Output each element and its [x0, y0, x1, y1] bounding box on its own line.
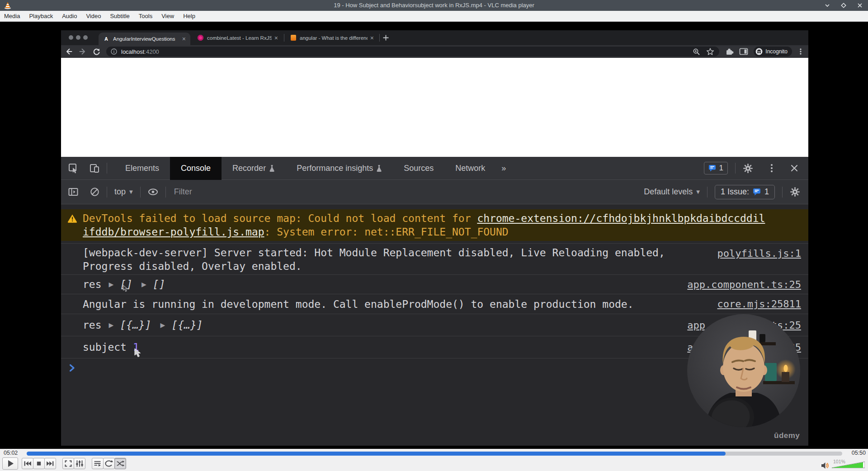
log-label: res [83, 319, 102, 331]
divider [782, 187, 783, 198]
menu-media[interactable]: Media [0, 13, 24, 19]
devtools-menu-icon[interactable] [770, 164, 773, 173]
chevron-down-icon: ▼ [129, 189, 133, 194]
expand-arrow-icon[interactable]: ▶ [142, 281, 146, 288]
udemy-watermark: ûdemy [774, 431, 800, 440]
page-content[interactable] [61, 58, 808, 157]
warning-text: DevTools failed to load source map: Coul… [83, 212, 477, 224]
presenter-video [687, 314, 800, 427]
address-bar[interactable]: localhost:4200 [106, 47, 719, 57]
device-toolbar-icon[interactable] [90, 163, 99, 173]
seek-bar[interactable] [27, 452, 842, 456]
tab-elements[interactable]: Elements [114, 157, 170, 180]
fullscreen-button[interactable] [62, 458, 74, 469]
shuffle-button[interactable] [114, 458, 126, 469]
tab-recorder[interactable]: Recorder [222, 157, 286, 180]
devtools-settings-gear-icon[interactable] [743, 163, 753, 174]
tab-network[interactable]: Network [444, 157, 496, 180]
console-toolbar: top ▼ Default levels ▼ 1 Iss [61, 180, 808, 204]
incognito-icon [755, 48, 763, 55]
loop-button[interactable] [103, 458, 115, 469]
extended-settings-button[interactable] [74, 458, 85, 469]
tab-performance-insights[interactable]: Performance insights [286, 157, 393, 180]
expand-arrow-icon[interactable]: ▶ [109, 321, 114, 329]
volume-slider[interactable] [832, 462, 865, 468]
playlist-button[interactable] [92, 458, 104, 469]
bookmark-star-icon[interactable] [707, 48, 714, 55]
tab-angular-interview-questions[interactable]: A AngularInterviewQuestions × [99, 33, 190, 45]
tab-combinelatest[interactable]: combineLatest - Learn RxJS × [193, 30, 283, 45]
side-panel-icon[interactable] [739, 47, 748, 56]
console-filter-input[interactable] [173, 187, 408, 197]
array-preview[interactable]: [{…}] [120, 319, 151, 331]
menu-video[interactable]: Video [81, 13, 105, 19]
clear-console-icon[interactable] [90, 187, 99, 197]
expand-arrow-icon[interactable]: ▶ [160, 321, 165, 329]
video-canvas[interactable]: A AngularInterviewQuestions × combineLat… [0, 22, 868, 449]
menu-help[interactable]: Help [179, 13, 200, 19]
new-tab-icon[interactable] [382, 34, 390, 42]
tab-close-icon[interactable]: × [182, 36, 186, 42]
console-message-res-arrays: res ▶ [] ▶ [] app.component.ts:25 [61, 275, 808, 294]
menu-audio[interactable]: Audio [57, 13, 81, 19]
log-label: res [83, 278, 102, 290]
console-sidebar-icon[interactable] [68, 188, 78, 196]
play-button[interactable] [2, 457, 18, 470]
site-info-icon[interactable] [111, 48, 117, 55]
array-preview[interactable]: [{…}] [171, 319, 203, 331]
expand-arrow-icon[interactable]: ▶ [109, 281, 114, 288]
issues-button[interactable]: 1 Issue: 1 [715, 185, 775, 199]
window-dot-icon [69, 35, 73, 40]
divider [735, 163, 736, 174]
log-levels-selector[interactable]: Default levels ▼ [644, 187, 700, 197]
source-link[interactable]: core.mjs:25811 [717, 298, 801, 310]
console-message-webpack: [webpack-dev-server] Server started: Hot… [61, 243, 808, 275]
menu-playback[interactable]: Playback [24, 13, 57, 19]
context-selector[interactable]: top ▼ [114, 187, 133, 197]
zoom-icon[interactable] [693, 48, 700, 55]
close-icon[interactable] [857, 3, 863, 8]
reload-icon[interactable] [93, 48, 100, 56]
browser-tab-strip: A AngularInterviewQuestions × combineLat… [61, 30, 808, 45]
browser-menu-icon[interactable] [797, 47, 804, 56]
menu-tools[interactable]: Tools [134, 13, 157, 19]
live-expression-eye-icon[interactable] [148, 188, 158, 196]
tab-separator [379, 34, 380, 42]
tab-angular-difference[interactable]: angular - What is the differenc × [286, 30, 378, 45]
tab-close-icon[interactable]: × [274, 35, 278, 41]
stop-button[interactable] [33, 458, 45, 469]
back-icon[interactable] [65, 47, 73, 56]
tab-sources[interactable]: Sources [393, 157, 444, 180]
extensions-icon[interactable] [725, 47, 734, 56]
minimize-icon[interactable] [825, 3, 830, 8]
more-tabs-icon[interactable]: » [496, 164, 511, 173]
issues-counter[interactable]: 1 [704, 162, 728, 174]
devtools-close-icon[interactable] [790, 164, 798, 172]
inspect-element-icon[interactable] [68, 163, 79, 174]
incognito-badge[interactable]: Incognito [754, 47, 792, 57]
source-link[interactable]: polyfills.js:1 [717, 247, 801, 260]
message-text: [webpack-dev-server] Server started: Hot… [83, 246, 801, 259]
equalizer-sliders-icon [74, 458, 85, 469]
next-button[interactable] [44, 458, 56, 469]
menu-subtitle[interactable]: Subtitle [105, 13, 134, 19]
elapsed-time: 05:02 [4, 450, 18, 456]
tab-title: angular - What is the differenc [300, 35, 368, 41]
source-map-link[interactable]: chrome-extension://cfhdojbkjhnklbpkdaibd… [477, 212, 765, 224]
speaker-icon[interactable] [821, 462, 829, 469]
tab-close-icon[interactable]: × [370, 35, 374, 41]
forward-icon[interactable] [79, 47, 87, 56]
console-log: DevTools failed to load source map: Coul… [61, 204, 808, 446]
maximize-icon[interactable] [841, 3, 846, 8]
divider [107, 187, 107, 198]
vlc-titlebar: 19 - How Subject and Behaviorsubject wor… [0, 0, 868, 11]
tab-console[interactable]: Console [170, 157, 222, 180]
source-link[interactable]: app.component.ts:25 [687, 279, 801, 290]
previous-button[interactable] [22, 458, 33, 469]
vlc-menubar: Media Playback Audio Video Subtitle Tool… [0, 11, 868, 22]
tab-separator [284, 34, 284, 42]
source-map-link[interactable]: ifddb/browser-polyfill.js.map [83, 226, 264, 238]
console-settings-gear-icon[interactable] [790, 187, 800, 197]
menu-view[interactable]: View [157, 13, 179, 19]
array-preview[interactable]: [] [153, 278, 165, 290]
